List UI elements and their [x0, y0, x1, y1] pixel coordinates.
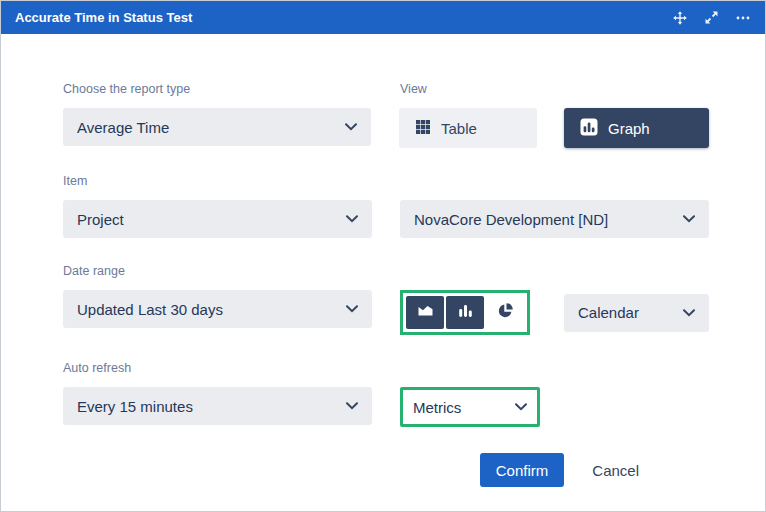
- project-dropdown[interactable]: NovaCore Development [ND]: [400, 200, 709, 238]
- row-report-type-labels: Choose the report type View: [63, 82, 709, 108]
- row-daterange-labels: Date range: [63, 264, 709, 290]
- date-range-value: Updated Last 30 days: [77, 301, 223, 318]
- date-range-dropdown[interactable]: Updated Last 30 days: [63, 290, 372, 328]
- project-value: NovaCore Development [ND]: [414, 211, 608, 228]
- move-icon[interactable]: [672, 10, 688, 26]
- bar-chart-button[interactable]: [446, 296, 484, 329]
- dialog: Accurate Time in Status Test: [0, 0, 766, 512]
- metrics-dropdown[interactable]: Metrics: [400, 387, 540, 427]
- chevron-down-icon: [346, 402, 358, 410]
- row-autorefresh-labels: Auto refresh: [63, 361, 709, 387]
- chart-type-group: [400, 290, 530, 335]
- row-report-type-controls: Average Time Table: [63, 108, 709, 148]
- area-chart-icon: [417, 303, 434, 322]
- row-item-labels: Item: [63, 174, 709, 200]
- row-autorefresh-controls: Every 15 minutes Metrics: [63, 387, 709, 427]
- calendar-value: Calendar: [578, 304, 639, 321]
- pie-chart-icon: [497, 302, 514, 323]
- report-type-value: Average Time: [77, 119, 169, 136]
- row-daterange-controls: Updated Last 30 days: [63, 290, 709, 335]
- graph-icon: [580, 118, 598, 139]
- expand-icon[interactable]: [704, 10, 719, 25]
- item-type-dropdown[interactable]: Project: [63, 200, 372, 238]
- header-icons: [672, 10, 751, 26]
- confirm-button[interactable]: Confirm: [480, 453, 565, 487]
- chevron-down-icon: [346, 215, 358, 223]
- view-label: View: [400, 82, 709, 96]
- table-icon: [415, 119, 431, 138]
- chevron-down-icon: [683, 309, 695, 317]
- view-table-button[interactable]: Table: [399, 108, 537, 148]
- view-graph-button[interactable]: Graph: [564, 108, 709, 148]
- chevron-down-icon: [683, 215, 695, 223]
- area-chart-button[interactable]: [406, 296, 444, 329]
- chevron-down-icon: [346, 305, 358, 313]
- auto-refresh-value: Every 15 minutes: [77, 398, 193, 415]
- dialog-header: Accurate Time in Status Test: [1, 1, 765, 34]
- calendar-dropdown[interactable]: Calendar: [564, 294, 709, 332]
- item-label: Item: [63, 174, 372, 188]
- view-graph-label: Graph: [608, 120, 650, 137]
- cancel-button[interactable]: Cancel: [592, 462, 639, 479]
- view-table-label: Table: [441, 120, 477, 137]
- row-item-controls: Project NovaCore Development [ND]: [63, 200, 709, 238]
- dialog-body: Choose the report type View Average Time: [1, 34, 765, 511]
- report-type-label: Choose the report type: [63, 82, 372, 96]
- dialog-title: Accurate Time in Status Test: [15, 10, 192, 25]
- chevron-down-icon: [515, 403, 527, 411]
- pie-chart-button[interactable]: [486, 296, 524, 329]
- report-type-dropdown[interactable]: Average Time: [63, 108, 371, 146]
- more-icon[interactable]: [735, 10, 751, 26]
- date-range-label: Date range: [63, 264, 372, 278]
- chevron-down-icon: [345, 123, 357, 131]
- item-type-value: Project: [77, 211, 124, 228]
- auto-refresh-label: Auto refresh: [63, 361, 372, 375]
- bar-chart-icon: [457, 303, 474, 322]
- dialog-footer: Confirm Cancel: [63, 453, 709, 487]
- metrics-value: Metrics: [413, 399, 461, 416]
- auto-refresh-dropdown[interactable]: Every 15 minutes: [63, 387, 372, 425]
